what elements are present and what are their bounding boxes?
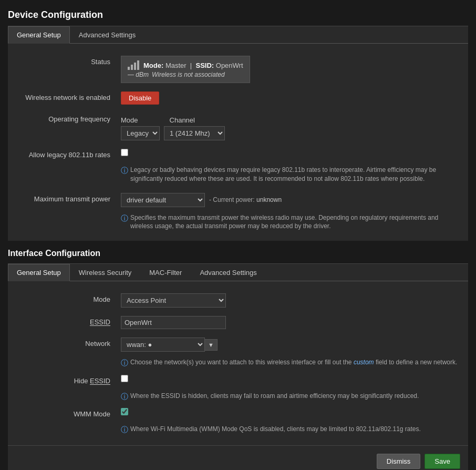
essid-row: ESSID [8, 312, 468, 333]
hide-essid-label-text: ESSID [90, 377, 110, 385]
tab-device-general-setup[interactable]: General Setup [8, 26, 70, 44]
legacy-rates-label: Allow legacy 802.11b rates [16, 149, 121, 159]
status-content: Mode: Master | SSID: OpenWrt — dBm Wirel… [121, 56, 460, 83]
tab-iface-advanced-settings[interactable]: Advanced Settings [191, 264, 265, 281]
max-transmit-content: driver default 0 dBm (1 mW) 1 dBm 2 dBm … [121, 193, 460, 207]
hint-icon-5: ⓘ [121, 425, 128, 435]
legacy-rates-content [121, 149, 460, 156]
channel-col-label: Channel [170, 116, 195, 124]
network-hint: ⓘ Choose the network(s) you want to atta… [8, 356, 468, 371]
iface-mode-row: Mode Access Point Client Ad-Hoc Monitor [8, 289, 468, 312]
hint-icon: ⓘ [121, 166, 128, 183]
mode-col-label: Mode [121, 116, 138, 124]
footer-buttons: Dismiss Save [8, 445, 468, 470]
wmm-mode-hint: ⓘ Where Wi-Fi Multimedia (WMM) Mode QoS … [8, 423, 468, 437]
current-power-value: unknown [256, 196, 282, 203]
iface-mode-label: Mode [16, 293, 121, 303]
essid-label: ESSID [16, 316, 121, 326]
wmm-mode-row: WMM Mode [8, 404, 468, 423]
disable-button[interactable]: Disable [121, 91, 159, 105]
hide-essid-label: Hide ESSID [16, 375, 121, 385]
network-hint-text: Choose the network(s) you want to attach… [130, 358, 457, 369]
status-label: Status [16, 56, 121, 66]
essid-input[interactable] [121, 316, 226, 329]
device-config-form: Status Mode: Master | SSID: OpenWrt [8, 44, 468, 241]
hint-icon-4: ⓘ [121, 392, 128, 402]
operating-frequency-label: Operating frequency [16, 113, 121, 123]
tab-device-advanced-settings[interactable]: Advanced Settings [70, 26, 144, 43]
wmm-mode-checkbox[interactable] [121, 408, 128, 415]
transmit-power-select[interactable]: driver default 0 dBm (1 mW) 1 dBm 2 dBm … [121, 193, 205, 207]
signal-value: — dBm [128, 71, 149, 78]
status-box: Mode: Master | SSID: OpenWrt — dBm Wirel… [121, 56, 250, 83]
tab-iface-general-setup[interactable]: General Setup [8, 264, 70, 281]
max-transmit-label: Maximum transmit power [16, 193, 121, 203]
custom-link[interactable]: custom [354, 359, 374, 366]
not-associated-text: Wireless is not associated [152, 71, 225, 78]
channel-select[interactable]: 1 (2412 Mhz) 2 (2417 Mhz) 6 (2437 Mhz) 1… [164, 126, 225, 140]
iface-mode-select[interactable]: Access Point Client Ad-Hoc Monitor [121, 293, 226, 308]
ssid-value: OpenWrt [216, 62, 243, 69]
network-content: wwan: ● ▼ [121, 338, 460, 352]
hide-essid-content [121, 375, 460, 382]
network-dropdown-btn[interactable]: ▼ [205, 339, 218, 351]
hide-essid-row: Hide ESSID [8, 371, 468, 390]
network-row: Network wwan: ● ▼ [8, 333, 468, 356]
wifi-signal-icon [128, 60, 139, 70]
interface-config-tabs: General Setup Wireless Security MAC-Filt… [8, 264, 468, 281]
essid-label-text: ESSID [90, 318, 110, 326]
network-select-wrapper: wwan: ● ▼ [121, 338, 218, 352]
current-power-text: - Current power: unknown [209, 196, 282, 203]
status-mode-text: Mode: Master | SSID: OpenWrt [143, 62, 243, 69]
status-row: Status Mode: Master | SSID: OpenWrt [8, 52, 468, 87]
essid-content [121, 316, 460, 329]
wireless-enabled-label: Wireless network is enabled [16, 91, 121, 101]
mode-value: Master [165, 62, 187, 69]
legacy-rates-hint: ⓘ Legacy or badly behaving devices may r… [8, 164, 468, 186]
tab-iface-mac-filter[interactable]: MAC-Filter [140, 264, 191, 281]
wireless-enabled-row: Wireless network is enabled Disable [8, 87, 468, 109]
dismiss-button[interactable]: Dismiss [377, 454, 421, 469]
network-label: Network [16, 338, 121, 348]
max-transmit-row: Maximum transmit power driver default 0 … [8, 186, 468, 211]
interface-config-title: Interface Configuration [8, 241, 468, 264]
mode-prefix: Mode: [143, 62, 163, 69]
interface-config-form: Mode Access Point Client Ad-Hoc Monitor … [8, 281, 468, 445]
network-select[interactable]: wwan: ● [121, 338, 205, 352]
device-config-title: Device Configuration [8, 5, 468, 26]
hint-icon-3: ⓘ [121, 358, 128, 369]
ssid-prefix: SSID: [195, 62, 214, 69]
mode-select[interactable]: Legacy N AC [121, 126, 160, 140]
transmit-power-hint: ⓘ Specifies the maximum transmit power t… [8, 211, 468, 233]
legacy-rates-row: Allow legacy 802.11b rates [8, 145, 468, 164]
operating-frequency-content: Mode Channel Legacy N AC 1 (2412 Mhz) 2 … [121, 113, 460, 140]
tab-iface-wireless-security[interactable]: Wireless Security [70, 264, 140, 281]
legacy-rates-checkbox[interactable] [121, 149, 128, 156]
wireless-enabled-content: Disable [121, 91, 460, 105]
hide-essid-hint: ⓘ Where the ESSID is hidden, clients may… [8, 390, 468, 404]
wmm-mode-label: WMM Mode [16, 408, 121, 418]
hint-icon-2: ⓘ [121, 213, 128, 231]
save-button[interactable]: Save [425, 454, 460, 469]
hide-essid-checkbox[interactable] [121, 375, 128, 382]
iface-mode-content: Access Point Client Ad-Hoc Monitor [121, 293, 460, 308]
operating-frequency-row: Operating frequency Mode Channel Legacy … [8, 109, 468, 145]
wmm-mode-content [121, 408, 460, 415]
device-config-tabs: General Setup Advanced Settings [8, 26, 468, 44]
